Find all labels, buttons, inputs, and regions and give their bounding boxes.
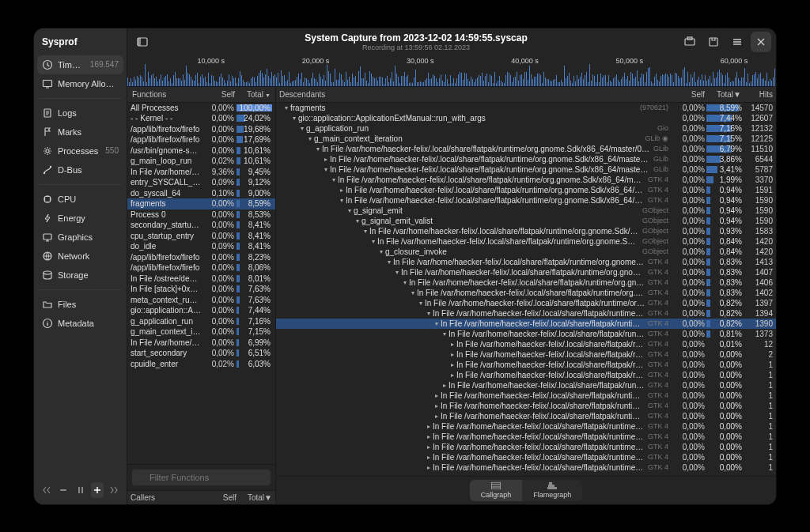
descendant-row[interactable]: ▾ g_application_run Gio 0,00% 7,16% 1213… bbox=[276, 123, 776, 134]
descendant-row[interactable]: ▾ fragments (970621) 0,00% 8,59% 14570 bbox=[276, 103, 776, 113]
expand-arrow-icon[interactable]: ▾ bbox=[322, 166, 330, 173]
screenshot-button[interactable] bbox=[679, 32, 700, 52]
descendant-row[interactable]: ▸ In File /var/home/haecker-felix/.local… bbox=[276, 411, 776, 421]
remove-button[interactable] bbox=[57, 482, 69, 498]
expand-arrow-icon[interactable]: ▾ bbox=[314, 145, 322, 153]
expand-arrow-icon[interactable]: ▸ bbox=[322, 156, 330, 163]
expand-arrow-icon[interactable]: ▸ bbox=[433, 402, 441, 409]
col-self[interactable]: Self bbox=[205, 90, 237, 99]
expand-arrow-icon[interactable]: ▾ bbox=[441, 330, 449, 338]
sidebar-item-metadata[interactable]: Metadata bbox=[37, 314, 123, 333]
sidebar-item-graphics[interactable]: Graphics bbox=[37, 228, 123, 247]
function-row[interactable]: /app/lib/firefox/firefo 0,00% 8,23% bbox=[127, 252, 275, 263]
expand-arrow-icon[interactable]: ▾ bbox=[385, 258, 393, 266]
expand-arrow-icon[interactable]: ▸ bbox=[449, 361, 456, 368]
save-button[interactable] bbox=[703, 32, 724, 52]
function-row[interactable]: In File /var/home/hae 0,00% 6,99% bbox=[127, 338, 275, 349]
descendant-row[interactable]: ▸ In File /var/home/haecker-felix/.local… bbox=[276, 421, 776, 432]
function-row[interactable]: do_idle 0,09% 8,41% bbox=[127, 241, 275, 252]
expand-arrow-icon[interactable]: ▸ bbox=[449, 351, 456, 358]
descendant-row[interactable]: ▸ In File /var/home/haecker-felix/.local… bbox=[276, 339, 776, 349]
function-row[interactable]: g_main_loop_run 0,02% 10,61% bbox=[127, 156, 275, 167]
expand-arrow-icon[interactable]: ▾ bbox=[338, 197, 346, 204]
sidebar-item-d-bus[interactable]: D-Bus bbox=[37, 160, 123, 179]
filter-functions-input[interactable] bbox=[132, 470, 271, 485]
function-row[interactable]: secondary_startup_6 0,00% 8,41% bbox=[127, 220, 275, 231]
descendant-row[interactable]: ▸ In File /var/home/haecker-felix/.local… bbox=[276, 370, 776, 380]
descendant-row[interactable]: ▾ In File /var/home/haecker-felix/.local… bbox=[276, 236, 776, 247]
function-row[interactable]: /app/lib/firefox/firefo 0,00% 8,06% bbox=[127, 262, 275, 274]
function-row[interactable]: fragments 0,00% 8,59% bbox=[127, 198, 275, 209]
descendant-row[interactable]: ▸ In File /var/home/haecker-felix/.local… bbox=[276, 349, 776, 360]
sidebar-item-energy[interactable]: Energy bbox=[37, 209, 123, 228]
descendant-row[interactable]: ▾ g_signal_emit_valist GObject 0,00% 0,9… bbox=[276, 216, 776, 226]
sidebar-toggle-button[interactable] bbox=[132, 32, 153, 52]
descendant-row[interactable]: ▾ In File /var/home/haecker-felix/.local… bbox=[276, 257, 776, 267]
expand-arrow-icon[interactable]: ▾ bbox=[377, 248, 385, 255]
callers-label[interactable]: Callers bbox=[131, 493, 205, 502]
callgraph-tab[interactable]: Callgraph bbox=[470, 480, 523, 501]
sidebar-item-logs[interactable]: Logs bbox=[37, 104, 123, 123]
function-row[interactable]: g_application_run 0,00% 7,16% bbox=[127, 316, 275, 327]
expand-arrow-icon[interactable]: ▸ bbox=[449, 341, 456, 348]
pause-button[interactable] bbox=[74, 482, 86, 498]
descendant-row[interactable]: ▾ In File /var/home/haecker-felix/.local… bbox=[276, 144, 776, 154]
sidebar-item-time-profiler[interactable]: Time Profiler 169.547 bbox=[37, 55, 123, 74]
expand-arrow-icon[interactable]: ▸ bbox=[425, 443, 433, 451]
descendant-row[interactable]: ▾ gio::application::ApplicationExtManual… bbox=[276, 113, 776, 123]
function-row[interactable]: gio::application::Appl 0,00% 7,44% bbox=[127, 305, 275, 316]
descendant-row[interactable]: ▾ In File /var/home/haecker-felix/.local… bbox=[276, 226, 776, 236]
function-row[interactable]: - - Kernel - - 0,00% 24,02% bbox=[127, 113, 275, 124]
descendant-row[interactable]: ▾ g_closure_invoke GObject 0,00% 0,84% 1… bbox=[276, 247, 776, 257]
expand-arrow-icon[interactable]: ▾ bbox=[409, 289, 417, 296]
descendant-row[interactable]: ▾ In File /var/home/haecker-felix/.local… bbox=[276, 164, 776, 175]
expand-arrow-icon[interactable]: ▾ bbox=[330, 176, 338, 183]
function-row[interactable]: /app/lib/firefox/firefo 0,00% 19,68% bbox=[127, 124, 275, 135]
descendant-row[interactable]: ▾ In File /var/home/haecker-felix/.local… bbox=[276, 277, 776, 288]
expand-arrow-icon[interactable]: ▾ bbox=[433, 320, 441, 327]
expand-arrow-icon[interactable]: ▸ bbox=[425, 433, 433, 440]
descendant-row[interactable]: ▸ In File /var/home/haecker-felix/.local… bbox=[276, 462, 776, 473]
timeline[interactable]: 10,000 s20,000 s30,000 s40,000 s50,000 s… bbox=[127, 55, 776, 87]
expand-arrow-icon[interactable]: ▸ bbox=[433, 392, 441, 399]
descendant-row[interactable]: ▸ In File /var/home/haecker-felix/.local… bbox=[276, 432, 776, 442]
function-row[interactable]: In File [stack]+0x4b1 0,00% 7,63% bbox=[127, 284, 275, 295]
function-row[interactable]: Process 0 0,00% 8,53% bbox=[127, 209, 275, 221]
function-row[interactable]: g_main_context_iterz 0,00% 7,15% bbox=[127, 326, 275, 338]
descendant-row[interactable]: ▸ In File /var/home/haecker-felix/.local… bbox=[276, 442, 776, 452]
function-row[interactable]: meta_context_run_m 0,00% 7,63% bbox=[127, 295, 275, 306]
expand-arrow-icon[interactable]: ▸ bbox=[433, 413, 441, 420]
descendant-row[interactable]: ▸ In File /var/home/haecker-felix/.local… bbox=[276, 452, 776, 462]
expand-arrow-icon[interactable]: ▸ bbox=[425, 423, 433, 430]
descendant-row[interactable]: ▾ In File /var/home/haecker-felix/.local… bbox=[276, 308, 776, 319]
function-row[interactable]: /usr/bin/gnome-shell 0,00% 10,61% bbox=[127, 145, 275, 157]
col-total[interactable]: Total▼ bbox=[237, 90, 272, 99]
expand-arrow-icon[interactable]: ▸ bbox=[449, 372, 456, 379]
descendant-row[interactable]: ▾ In File /var/home/haecker-felix/.local… bbox=[276, 298, 776, 308]
function-row[interactable]: In File /var/home/hae 9,36% 9,45% bbox=[127, 167, 275, 178]
sidebar-item-files[interactable]: Files bbox=[37, 295, 123, 314]
col-descendants[interactable]: Descendants bbox=[279, 90, 672, 99]
descendant-row[interactable]: ▾ In File /var/home/haecker-felix/.local… bbox=[276, 195, 776, 206]
expand-arrow-icon[interactable]: ▾ bbox=[361, 228, 369, 235]
descendant-row[interactable]: ▾ In File /var/home/haecker-felix/.local… bbox=[276, 175, 776, 185]
expand-arrow-icon[interactable]: ▾ bbox=[282, 104, 290, 111]
expand-arrow-icon[interactable]: ▾ bbox=[346, 207, 354, 214]
expand-arrow-icon[interactable]: ▾ bbox=[369, 238, 377, 245]
flamegraph-tab[interactable]: Flamegraph bbox=[522, 480, 582, 501]
nav-fwd-button[interactable] bbox=[108, 482, 120, 498]
sidebar-item-network[interactable]: Network bbox=[37, 247, 123, 266]
sidebar-item-processes[interactable]: Processes 550 bbox=[37, 141, 123, 160]
function-row[interactable]: In File /ostree/deploy 0,00% 8,01% bbox=[127, 274, 275, 285]
functions-list[interactable]: All Processes 0,00% 100,00%- - Kernel - … bbox=[127, 103, 275, 464]
add-button[interactable] bbox=[91, 482, 103, 498]
function-row[interactable]: cpuidle_enter 0,02% 6,03% bbox=[127, 359, 275, 370]
expand-arrow-icon[interactable]: ▾ bbox=[306, 135, 314, 142]
expand-arrow-icon[interactable]: ▾ bbox=[354, 217, 361, 224]
descendant-row[interactable]: ▾ In File /var/home/haecker-felix/.local… bbox=[276, 329, 776, 339]
descendant-row[interactable]: ▾ g_main_context_iteration GLib ◉ 0,00% … bbox=[276, 134, 776, 144]
descendant-row[interactable]: ▸ In File /var/home/haecker-felix/.local… bbox=[276, 391, 776, 401]
expand-arrow-icon[interactable]: ▾ bbox=[425, 310, 433, 317]
expand-arrow-icon[interactable]: ▾ bbox=[417, 300, 425, 307]
expand-arrow-icon[interactable]: ▾ bbox=[290, 115, 298, 122]
